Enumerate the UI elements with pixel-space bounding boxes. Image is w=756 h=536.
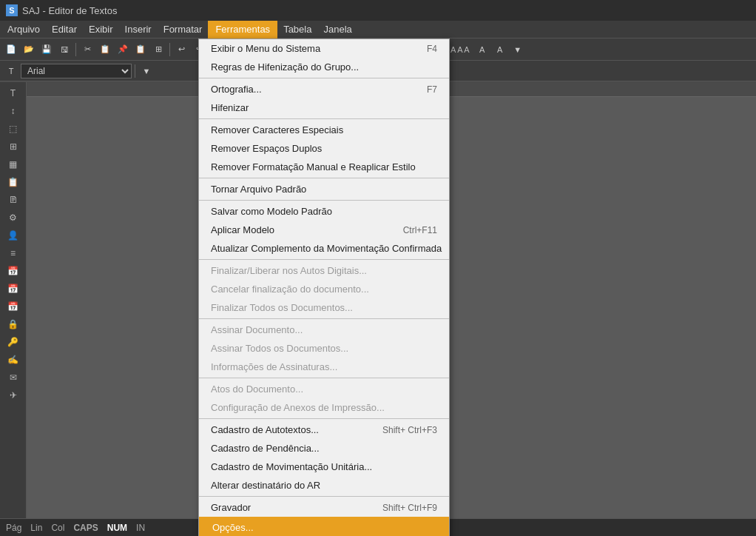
menu-ferramentas[interactable]: Ferramentas	[208, 21, 277, 38]
menu-item-ortografia[interactable]: Ortografia... F7	[199, 80, 449, 98]
cut-btn[interactable]: ✂	[79, 41, 95, 58]
menu-arquivo[interactable]: Arquivo	[1, 21, 46, 38]
sep-menu-2	[199, 118, 449, 119]
sidebar-btn-14[interactable]: 🔒	[3, 316, 24, 332]
sidebar-btn-2[interactable]: ↕	[3, 103, 24, 119]
title-text: SAJ - Editor de Textos	[22, 5, 117, 16]
undo-btn[interactable]: ↩	[173, 41, 189, 58]
app-icon: S	[6, 4, 18, 16]
copy-btn[interactable]: 📋	[97, 41, 113, 58]
menu-bar: Arquivo Editar Exibir Inserir Formatar F…	[0, 21, 756, 38]
menu-item-alterar-destinatario[interactable]: Alterar destinatário do AR	[199, 476, 449, 495]
status-lin: Lin	[30, 523, 42, 533]
menu-editar[interactable]: Editar	[46, 21, 83, 38]
menu-item-finalizar-todos[interactable]: Finalizar Todos os Documentos...	[199, 298, 449, 317]
sidebar-btn-12[interactable]: 📅	[3, 281, 24, 297]
menu-item-assinar-todos[interactable]: Assinar Todos os Documentos...	[199, 339, 449, 358]
paste3-btn[interactable]: ⊞	[150, 41, 166, 58]
menu-item-cancelar-finalizacao[interactable]: Cancelar finalização do documento...	[199, 280, 449, 298]
new-btn[interactable]: 📄	[3, 41, 19, 58]
menu-item-cadastro-movimentacao[interactable]: Cadastro de Movimentação Unitária...	[199, 458, 449, 476]
dropdown-arrow[interactable]: ▼	[138, 63, 155, 79]
menu-item-remover-formatacao[interactable]: Remover Formatação Manual e Reaplicar Es…	[199, 158, 449, 176]
sep-menu-6	[199, 318, 449, 319]
menu-item-config-anexos[interactable]: Configuração de Anexos de Impressão...	[199, 398, 449, 417]
sidebar-btn-9[interactable]: 👤	[3, 227, 24, 244]
menu-item-cadastro-autotextos[interactable]: Cadastro de Autotextos... Shift+ Ctrl+F3	[199, 421, 449, 439]
save-btn[interactable]: 💾	[38, 41, 55, 58]
style-btn[interactable]: T	[3, 63, 19, 79]
menu-item-remover-caract[interactable]: Remover Caracteres Especiais	[199, 121, 449, 139]
sep-menu-8	[199, 418, 449, 419]
menu-exibir[interactable]: Exibir	[83, 21, 119, 38]
menu-formatar[interactable]: Formatar	[158, 21, 209, 38]
tb12-btn[interactable]: ▼	[510, 41, 526, 58]
menu-item-exibir-menu-sistema[interactable]: Exibir o Menu do Sistema F4	[199, 39, 449, 58]
font-select[interactable]: Arial	[21, 64, 132, 78]
sidebar-btn-1[interactable]: T	[3, 85, 24, 101]
sep2	[169, 43, 170, 56]
sidebar-btn-16[interactable]: ✍	[3, 352, 24, 368]
sidebar-btn-17[interactable]: ✉	[3, 369, 24, 386]
title-bar: S SAJ - Editor de Textos	[0, 0, 756, 21]
status-pag: Pág	[6, 523, 21, 533]
paste2-btn[interactable]: 📋	[132, 41, 149, 58]
sep-menu-9	[199, 496, 449, 497]
sidebar-btn-8[interactable]: ⚙	[3, 210, 24, 226]
menu-item-atos-doc[interactable]: Atos do Documento...	[199, 380, 449, 398]
sidebar-btn-10[interactable]: ≡	[3, 245, 24, 261]
sep-menu-4	[199, 200, 449, 201]
menu-item-cadastro-pendencia[interactable]: Cadastro de Pendência...	[199, 439, 449, 458]
menu-janela[interactable]: Janela	[317, 21, 357, 38]
menu-inserir[interactable]: Inserir	[119, 21, 158, 38]
menu-item-tornar-arquivo[interactable]: Tornar Arquivo Padrão	[199, 180, 449, 198]
zoom-indicator: A A A	[448, 45, 473, 54]
paste-btn[interactable]: 📌	[115, 41, 131, 58]
sep-menu-5	[199, 259, 449, 260]
menu-item-hifenizar[interactable]: Hifenizar	[199, 98, 449, 117]
sep-menu-1	[199, 78, 449, 78]
sidebar-btn-18[interactable]: ✈	[3, 387, 24, 403]
sep-menu-7	[199, 378, 449, 378]
sidebar-btn-4[interactable]: ⊞	[3, 138, 24, 155]
menu-item-info-assinaturas[interactable]: Informações de Assinaturas...	[199, 358, 449, 376]
menu-item-remover-espacos[interactable]: Remover Espaços Duplos	[199, 139, 449, 158]
sidebar-btn-5[interactable]: ▦	[3, 156, 24, 172]
sidebar-btn-13[interactable]: 📅	[3, 298, 24, 315]
sidebar-btn-3[interactable]: ⬚	[3, 121, 24, 137]
menu-item-aplicar-modelo[interactable]: Aplicar Modelo Ctrl+F11	[199, 221, 449, 239]
tb10-btn[interactable]: A	[474, 41, 490, 58]
menu-item-atualizar-comp[interactable]: Atualizar Complemento da Movimentação Co…	[199, 239, 449, 258]
menu-item-salvar-modelo[interactable]: Salvar como Modelo Padrão	[199, 202, 449, 221]
menu-item-opcoes[interactable]: Opções...	[199, 517, 449, 536]
sidebar-btn-6[interactable]: 📋	[3, 174, 24, 190]
status-caps: CAPS	[73, 523, 98, 533]
sep1	[75, 43, 76, 56]
left-sidebar: T ↕ ⬚ ⊞ ▦ 📋 🖹 ⚙ 👤 ≡ 📅 📅 📅 🔒 🔑 ✍ ✉ ✈	[0, 82, 27, 518]
ferramentas-dropdown: Exibir o Menu do Sistema F4 Regras de Hi…	[198, 38, 450, 536]
menu-item-finalizar-liberar[interactable]: Finalizar/Liberar nos Autos Digitais...	[199, 261, 449, 280]
save2-btn[interactable]: 🖫	[56, 41, 72, 58]
sep-r2	[135, 64, 135, 78]
menu-item-gravador[interactable]: Gravador Shift+ Ctrl+F9	[199, 498, 449, 517]
sep-menu-3	[199, 178, 449, 178]
open-btn[interactable]: 📂	[21, 41, 37, 58]
status-in: IN	[136, 523, 145, 533]
status-col: Col	[51, 523, 64, 533]
status-num: NUM	[107, 523, 127, 533]
tb11-btn[interactable]: A	[492, 41, 508, 58]
menu-item-assinar-doc[interactable]: Assinar Documento...	[199, 321, 449, 339]
sidebar-btn-11[interactable]: 📅	[3, 263, 24, 279]
sidebar-btn-15[interactable]: 🔑	[3, 334, 24, 350]
menu-tabela[interactable]: Tabela	[277, 21, 317, 38]
sidebar-btn-7[interactable]: 🖹	[3, 192, 24, 208]
menu-item-regras-hifenizacao[interactable]: Regras de Hifenização do Grupo...	[199, 58, 449, 76]
